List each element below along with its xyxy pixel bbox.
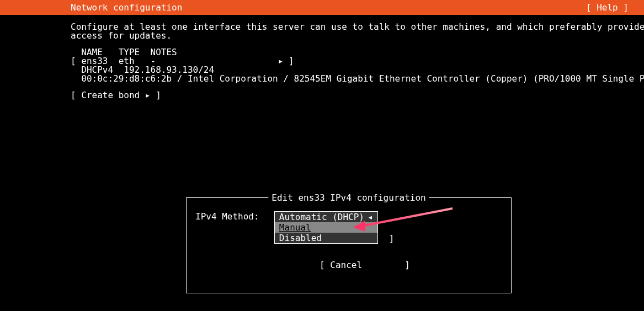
ipv4-method-label: IPv4 Method:	[195, 211, 274, 222]
cancel-button[interactable]: [ Cancel ]	[320, 260, 410, 270]
caret-left-icon: ◂	[364, 212, 373, 222]
description-text: Configure at least one interface this se…	[71, 23, 644, 40]
dropdown-option-disabled[interactable]: Disabled	[275, 233, 377, 243]
page-title: Network configuration	[0, 2, 182, 13]
dialog-title: Edit ens33 IPv4 configuration	[268, 192, 429, 203]
dropdown-option-automatic[interactable]: Automatic (DHCP)◂	[275, 212, 377, 222]
dialog-buttons: [ Cancel ]	[195, 249, 502, 281]
ipv4-method-row: IPv4 Method: Automatic (DHCP)◂ Manual Di…	[195, 211, 502, 244]
ipv4-config-dialog: Edit ens33 IPv4 configuration IPv4 Metho…	[186, 197, 512, 293]
dropdown-option-automatic-label: Automatic (DHCP)	[279, 212, 364, 222]
ipv4-method-dropdown[interactable]: Automatic (DHCP)◂ Manual Disabled	[274, 211, 378, 244]
dropdown-option-disabled-label: Disabled	[279, 233, 322, 243]
iface-row-mac: 00:0c:29:d8:c6:2b / Intel Corporation / …	[71, 74, 644, 83]
help-button[interactable]: [ Help ]	[586, 2, 644, 13]
main-content: Configure at least one interface this se…	[0, 15, 644, 100]
bracket-close: ]	[389, 233, 395, 244]
dropdown-option-manual[interactable]: Manual	[275, 222, 377, 233]
create-bond-button[interactable]: [ Create bond ▸ ]	[71, 91, 644, 100]
dropdown-option-manual-label: Manual	[279, 222, 311, 233]
header-bar: Network configuration [ Help ]	[0, 0, 644, 15]
